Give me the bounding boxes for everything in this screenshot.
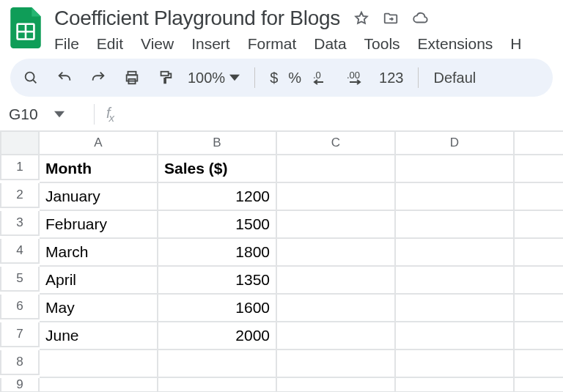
cell-c6[interactable] [277,295,396,322]
cell-c2[interactable] [277,183,396,211]
separator [418,67,419,88]
cell-a3[interactable]: February [40,211,158,239]
cell-c8[interactable] [277,350,396,378]
cell-b8[interactable] [158,350,277,378]
font-dropdown[interactable]: Defaul [433,70,476,86]
row-head-3[interactable]: 3 [0,211,40,236]
row-head-6[interactable]: 6 [0,295,40,319]
cell-a6[interactable]: May [40,295,158,322]
print-icon[interactable] [120,66,144,89]
cell-a7[interactable]: June [40,322,158,350]
sheets-logo [10,7,41,48]
cell-c1[interactable] [277,155,396,183]
col-head-c[interactable]: C [277,130,396,155]
cell-c9[interactable] [277,378,396,392]
cell-e7[interactable] [515,322,563,350]
menu-file[interactable]: File [54,35,79,53]
menu-extensions[interactable]: Extensions [418,35,493,53]
menu-tools[interactable]: Tools [364,35,400,53]
cell-c3[interactable] [277,211,396,239]
cell-b9[interactable] [158,378,277,392]
row-head-4[interactable]: 4 [0,239,40,264]
corner-select-all[interactable] [0,130,40,155]
percent-button[interactable]: % [288,70,301,86]
increase-decimal-icon[interactable]: .00 [345,66,369,89]
cell-e3[interactable] [515,211,563,239]
menu-bar: File Edit View Insert Format Data Tools … [54,31,553,59]
row-head-7[interactable]: 7 [0,322,40,347]
cell-a8[interactable] [40,350,158,378]
fx-icon: fx [106,105,114,124]
cell-e9[interactable] [515,378,563,392]
cloud-saved-icon[interactable] [412,10,428,26]
cell-a1[interactable]: Month [40,155,158,183]
cell-d9[interactable] [396,378,515,392]
cell-b4[interactable]: 1800 [158,239,277,267]
cell-d6[interactable] [396,295,515,322]
svg-text:.00: .00 [347,70,360,81]
cell-d5[interactable] [396,267,515,295]
cell-a2[interactable]: January [40,183,158,211]
cell-c4[interactable] [277,239,396,267]
row-head-8[interactable]: 8 [0,350,40,375]
cell-d7[interactable] [396,322,515,350]
cell-b5[interactable]: 1350 [158,267,277,295]
row-head-5[interactable]: 5 [0,267,40,292]
document-title[interactable]: Coefficient Playground for Blogs [54,7,340,30]
menu-edit[interactable]: Edit [97,35,123,53]
paint-format-icon[interactable] [154,66,177,89]
spreadsheet-grid[interactable]: A B C D 1 Month Sales ($) 2 January 1200… [0,130,563,392]
cell-b6[interactable]: 1600 [158,295,277,322]
zoom-dropdown[interactable]: 100% [188,70,240,86]
cell-a4[interactable]: March [40,239,158,267]
separator [94,104,95,125]
chevron-down-icon[interactable] [54,106,65,123]
col-head-d[interactable]: D [396,130,515,155]
cell-d1[interactable] [396,155,515,183]
cell-d4[interactable] [396,239,515,267]
cell-e4[interactable] [515,239,563,267]
cell-a9[interactable] [40,378,158,392]
name-box[interactable]: G10 [6,106,87,123]
menu-data[interactable]: Data [314,35,346,53]
currency-button[interactable]: $ [270,70,278,86]
decrease-decimal-icon[interactable]: .0 [312,66,335,89]
redo-icon[interactable] [87,66,110,89]
cell-c7[interactable] [277,322,396,350]
cell-e1[interactable] [515,155,563,183]
cell-b1[interactable]: Sales ($) [158,155,277,183]
col-head-e[interactable] [515,130,563,155]
star-icon[interactable] [353,10,369,26]
row-head-9[interactable]: 9 [0,378,40,392]
cell-e5[interactable] [515,267,563,295]
separator [254,67,255,88]
svg-point-3 [26,73,34,81]
col-head-b[interactable]: B [158,130,277,155]
col-head-a[interactable]: A [40,130,158,155]
row-head-2[interactable]: 2 [0,183,40,208]
undo-icon[interactable] [53,66,76,89]
formula-bar: G10 fx [0,97,563,130]
svg-rect-8 [161,72,169,76]
menu-help[interactable]: H [510,35,521,53]
toolbar: 100% $ % .0 .00 123 Defaul [10,59,553,97]
cell-d8[interactable] [396,350,515,378]
cell-b7[interactable]: 2000 [158,322,277,350]
menu-insert[interactable]: Insert [191,35,230,53]
menu-format[interactable]: Format [248,35,297,53]
move-to-folder-icon[interactable] [383,10,399,26]
cell-a5[interactable]: April [40,267,158,295]
cell-b2[interactable]: 1200 [158,183,277,211]
cell-b3[interactable]: 1500 [158,211,277,239]
name-box-value: G10 [9,106,38,123]
row-head-1[interactable]: 1 [0,155,40,180]
cell-c5[interactable] [277,267,396,295]
menu-view[interactable]: View [141,35,174,53]
cell-e8[interactable] [515,350,563,378]
cell-e2[interactable] [515,183,563,211]
search-icon[interactable] [19,66,43,89]
cell-e6[interactable] [515,295,563,322]
number-format-button[interactable]: 123 [379,70,403,86]
cell-d2[interactable] [396,183,515,211]
cell-d3[interactable] [396,211,515,239]
